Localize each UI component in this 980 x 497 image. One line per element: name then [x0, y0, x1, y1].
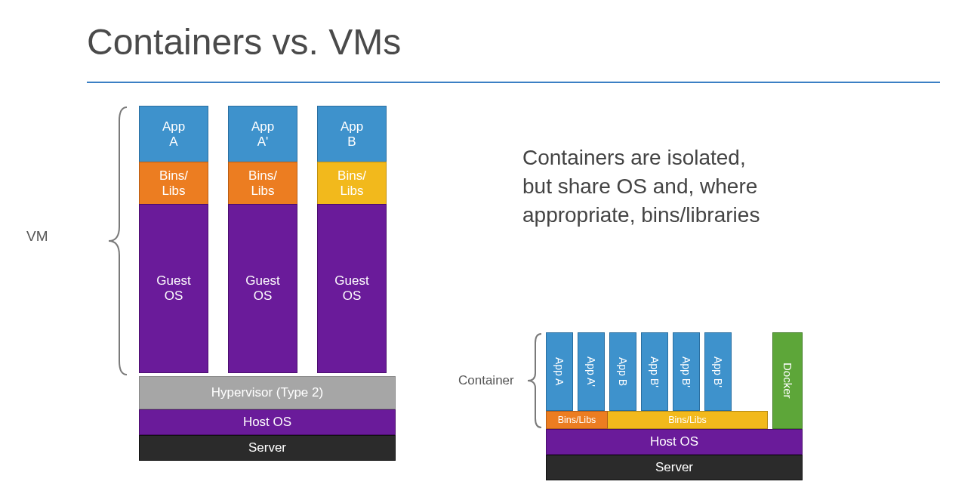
explanation-text: Containers are isolated, but share OS an…: [522, 144, 760, 229]
container-bins-row: Bins/Libs Bins/Libs: [546, 411, 768, 429]
guest-os-layer: Guest OS: [228, 204, 297, 373]
bins-layer: Bins/Libs: [608, 411, 768, 429]
vm-stack: App A Bins/ Libs Guest OS App A' Bins/ L…: [139, 106, 396, 461]
slide-title: Containers vs. VMs: [87, 21, 401, 63]
app-layer: App A': [228, 106, 297, 162]
container-app: App B: [609, 332, 636, 411]
container-app: App A': [578, 332, 605, 411]
docker-layer: Docker: [772, 332, 803, 429]
vm-columns: App A Bins/ Libs Guest OS App A' Bins/ L…: [139, 106, 396, 373]
vm-label: VM: [26, 228, 48, 245]
vm-base-layers: Hypervisor (Type 2) Host OS Server: [139, 376, 396, 461]
container-brace-icon: [523, 332, 543, 429]
container-app: App B': [704, 332, 732, 411]
server-layer: Server: [139, 435, 396, 461]
container-label: Container: [458, 373, 514, 388]
bins-layer: Bins/ Libs: [139, 162, 208, 204]
container-app: App A: [546, 332, 573, 411]
app-layer: App A: [139, 106, 208, 162]
container-apps-row: App A App A' App B App B' App B' App B' …: [546, 332, 803, 411]
vm-col-3: App B Bins/ Libs Guest OS: [317, 106, 387, 373]
container-app: App B': [641, 332, 668, 411]
guest-os-layer: Guest OS: [317, 204, 387, 373]
host-os-layer: Host OS: [546, 429, 803, 455]
app-layer: App B: [317, 106, 387, 162]
bins-layer: Bins/ Libs: [228, 162, 297, 204]
guest-os-layer: Guest OS: [139, 204, 208, 373]
vm-col-1: App A Bins/ Libs Guest OS: [139, 106, 208, 373]
title-divider: [87, 82, 940, 83]
bins-layer: Bins/Libs: [546, 411, 608, 429]
container-app: App B': [673, 332, 700, 411]
server-layer: Server: [546, 455, 803, 480]
hypervisor-layer: Hypervisor (Type 2): [139, 376, 396, 409]
vm-col-2: App A' Bins/ Libs Guest OS: [228, 106, 297, 373]
container-stack: App A App A' App B App B' App B' App B' …: [546, 332, 803, 480]
bins-layer: Bins/ Libs: [317, 162, 387, 204]
vm-brace-icon: [59, 106, 131, 376]
host-os-layer: Host OS: [139, 409, 396, 435]
